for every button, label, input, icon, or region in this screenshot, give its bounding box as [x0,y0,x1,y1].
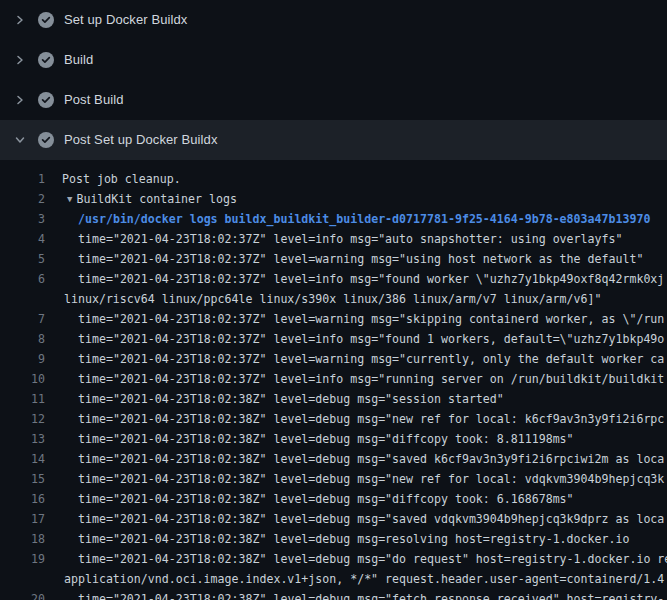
chevron-right-icon [14,94,26,106]
log-line-text: time="2021-04-23T18:02:38Z" level=debug … [78,589,664,600]
check-circle-icon [38,132,54,148]
log-line: 20 time="2021-04-23T18:02:38Z" level=deb… [0,589,667,600]
log-line: 11 time="2021-04-23T18:02:38Z" level=deb… [0,389,667,409]
log-line-text: time="2021-04-23T18:02:38Z" level=debug … [78,489,574,509]
steps-list: Set up Docker Buildx Build [0,0,667,160]
log-line-number[interactable]: 16 [0,489,45,509]
log-line-text: time="2021-04-23T18:02:37Z" level=info m… [78,369,664,389]
step-label: Build [64,52,93,68]
log-line-number[interactable]: 5 [0,249,45,269]
log-line-text: time="2021-04-23T18:02:37Z" level=warnin… [78,249,643,269]
log-line: 6 time="2021-04-23T18:02:37Z" level=info… [0,269,667,289]
log-line-number[interactable] [0,289,45,309]
log-line-text: BuildKit container logs [76,189,237,209]
step-row-0[interactable]: Set up Docker Buildx [0,0,667,40]
log-line: 8 time="2021-04-23T18:02:37Z" level=info… [0,329,667,349]
step-row-3[interactable]: Post Set up Docker Buildx [0,120,667,160]
chevron-icon[interactable] [12,12,28,28]
log-line: 12 time="2021-04-23T18:02:38Z" level=deb… [0,409,667,429]
log-line-number[interactable]: 3 [0,209,45,229]
log-line-number[interactable]: 10 [0,369,45,389]
log-line: 3 /usr/bin/docker logs buildx_buildkit_b… [0,209,667,229]
log-line-number[interactable]: 8 [0,329,45,349]
log-line-text: time="2021-04-23T18:02:38Z" level=debug … [78,529,629,549]
log-line-number[interactable]: 18 [0,529,45,549]
log-line: 1 Post job cleanup. [0,169,667,189]
log-pane: 1 Post job cleanup. 2 ▼ BuildKit contain… [0,160,667,600]
log-line-text: time="2021-04-23T18:02:38Z" level=debug … [78,389,504,409]
step-label: Post Build [64,92,124,108]
log-line-number[interactable]: 4 [0,229,45,249]
chevron-down-icon [14,134,26,146]
log-line-text: time="2021-04-23T18:02:38Z" level=debug … [78,509,664,529]
chevron-icon[interactable] [12,132,28,148]
chevron-icon[interactable] [12,52,28,68]
log-line-number[interactable]: 11 [0,389,45,409]
log-line-number[interactable]: 13 [0,429,45,449]
step-row-2[interactable]: Post Build [0,80,667,120]
log-line: 9 time="2021-04-23T18:02:37Z" level=warn… [0,349,667,369]
log-line-number[interactable]: 6 [0,269,45,289]
log-line-number[interactable]: 9 [0,349,45,369]
log-line: linux/riscv64 linux/ppc64le linux/s390x … [0,289,667,309]
log-line: 5 time="2021-04-23T18:02:37Z" level=warn… [0,249,667,269]
log-line: 4 time="2021-04-23T18:02:37Z" level=info… [0,229,667,249]
log-line: 7 time="2021-04-23T18:02:37Z" level=warn… [0,309,667,329]
log-line-number[interactable] [0,569,45,589]
log-line-number[interactable]: 12 [0,409,45,429]
log-line-number[interactable]: 19 [0,549,45,569]
log-line-text: time="2021-04-23T18:02:38Z" level=debug … [78,409,664,429]
log-line-text: time="2021-04-23T18:02:38Z" level=debug … [78,469,664,489]
log-line-number[interactable]: 14 [0,449,45,469]
check-circle-icon [38,92,54,108]
log-line: 14 time="2021-04-23T18:02:38Z" level=deb… [0,449,667,469]
log-line-text: time="2021-04-23T18:02:37Z" level=info m… [78,329,664,349]
log-line: 18 time="2021-04-23T18:02:38Z" level=deb… [0,529,667,549]
check-circle-icon [38,12,54,28]
step-label: Post Set up Docker Buildx [64,132,218,148]
log-line-number[interactable]: 20 [0,589,45,600]
log-line-text: application/vnd.oci.image.index.v1+json,… [64,569,664,589]
log-line-text: time="2021-04-23T18:02:37Z" level=info m… [78,229,622,249]
log-line-text: time="2021-04-23T18:02:37Z" level=warnin… [78,309,664,329]
log-line-text: time="2021-04-23T18:02:38Z" level=debug … [78,549,667,569]
log-line: 19 time="2021-04-23T18:02:38Z" level=deb… [0,549,667,569]
log-line-number[interactable]: 1 [0,169,45,189]
chevron-right-icon [14,14,26,26]
log-line: 15 time="2021-04-23T18:02:38Z" level=deb… [0,469,667,489]
chevron-right-icon [14,54,26,66]
log-line: 17 time="2021-04-23T18:02:38Z" level=deb… [0,509,667,529]
log-line-number[interactable]: 7 [0,309,45,329]
log-line-text: linux/riscv64 linux/ppc64le linux/s390x … [64,289,601,309]
step-label: Set up Docker Buildx [64,12,187,28]
log-line: 13 time="2021-04-23T18:02:38Z" level=deb… [0,429,667,449]
log-group-toggle-icon[interactable]: ▼ [67,189,72,209]
log-line: 16 time="2021-04-23T18:02:38Z" level=deb… [0,489,667,509]
log-line-text: time="2021-04-23T18:02:37Z" level=warnin… [78,349,664,369]
log-line: application/vnd.oci.image.index.v1+json,… [0,569,667,589]
log-line-text: time="2021-04-23T18:02:38Z" level=debug … [78,449,664,469]
log-line-text: Post job cleanup. [62,169,181,189]
log-line-text: time="2021-04-23T18:02:37Z" level=info m… [78,269,664,289]
step-row-1[interactable]: Build [0,40,667,80]
log-line-number[interactable]: 17 [0,509,45,529]
check-circle-icon [38,52,54,68]
log-line: 2 ▼ BuildKit container logs [0,189,667,209]
log-line: 10 time="2021-04-23T18:02:37Z" level=inf… [0,369,667,389]
log-line-number[interactable]: 15 [0,469,45,489]
log-line-text: /usr/bin/docker logs buildx_buildkit_bui… [78,209,650,229]
log-line-text: time="2021-04-23T18:02:38Z" level=debug … [78,429,574,449]
chevron-icon[interactable] [12,92,28,108]
log-line-number[interactable]: 2 [0,189,45,209]
